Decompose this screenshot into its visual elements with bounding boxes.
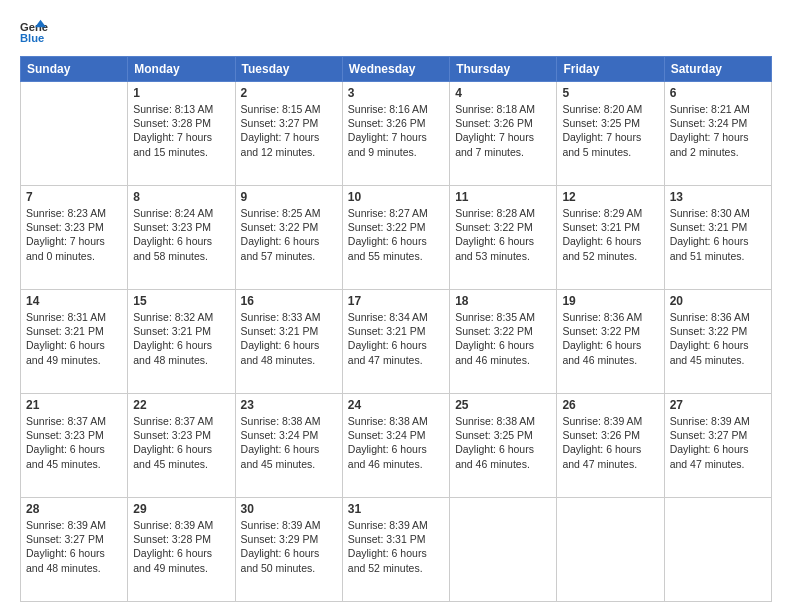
cell-info: Sunrise: 8:36 AMSunset: 3:22 PMDaylight:… xyxy=(562,311,642,366)
day-number: 27 xyxy=(670,398,766,412)
day-number: 31 xyxy=(348,502,444,516)
cell-info: Sunrise: 8:32 AMSunset: 3:21 PMDaylight:… xyxy=(133,311,213,366)
day-number: 30 xyxy=(241,502,337,516)
cell-info: Sunrise: 8:29 AMSunset: 3:21 PMDaylight:… xyxy=(562,207,642,262)
day-number: 14 xyxy=(26,294,122,308)
calendar-cell: 14 Sunrise: 8:31 AMSunset: 3:21 PMDaylig… xyxy=(21,290,128,394)
cell-info: Sunrise: 8:39 AMSunset: 3:31 PMDaylight:… xyxy=(348,519,428,574)
calendar-cell: 12 Sunrise: 8:29 AMSunset: 3:21 PMDaylig… xyxy=(557,186,664,290)
cell-info: Sunrise: 8:37 AMSunset: 3:23 PMDaylight:… xyxy=(133,415,213,470)
day-number: 1 xyxy=(133,86,229,100)
day-number: 19 xyxy=(562,294,658,308)
calendar-cell: 17 Sunrise: 8:34 AMSunset: 3:21 PMDaylig… xyxy=(342,290,449,394)
calendar-cell: 30 Sunrise: 8:39 AMSunset: 3:29 PMDaylig… xyxy=(235,498,342,602)
calendar-cell: 31 Sunrise: 8:39 AMSunset: 3:31 PMDaylig… xyxy=(342,498,449,602)
calendar-cell xyxy=(21,82,128,186)
calendar-week-row: 21 Sunrise: 8:37 AMSunset: 3:23 PMDaylig… xyxy=(21,394,772,498)
day-number: 22 xyxy=(133,398,229,412)
calendar-cell: 1 Sunrise: 8:13 AMSunset: 3:28 PMDayligh… xyxy=(128,82,235,186)
cell-info: Sunrise: 8:33 AMSunset: 3:21 PMDaylight:… xyxy=(241,311,321,366)
calendar-cell: 20 Sunrise: 8:36 AMSunset: 3:22 PMDaylig… xyxy=(664,290,771,394)
calendar-cell: 9 Sunrise: 8:25 AMSunset: 3:22 PMDayligh… xyxy=(235,186,342,290)
day-number: 6 xyxy=(670,86,766,100)
cell-info: Sunrise: 8:27 AMSunset: 3:22 PMDaylight:… xyxy=(348,207,428,262)
day-number: 23 xyxy=(241,398,337,412)
logo-icon: General Blue xyxy=(20,18,48,46)
weekday-header-wednesday: Wednesday xyxy=(342,57,449,82)
day-number: 2 xyxy=(241,86,337,100)
day-number: 15 xyxy=(133,294,229,308)
calendar-cell: 2 Sunrise: 8:15 AMSunset: 3:27 PMDayligh… xyxy=(235,82,342,186)
cell-info: Sunrise: 8:28 AMSunset: 3:22 PMDaylight:… xyxy=(455,207,535,262)
cell-info: Sunrise: 8:39 AMSunset: 3:27 PMDaylight:… xyxy=(26,519,106,574)
calendar-cell: 26 Sunrise: 8:39 AMSunset: 3:26 PMDaylig… xyxy=(557,394,664,498)
calendar-week-row: 14 Sunrise: 8:31 AMSunset: 3:21 PMDaylig… xyxy=(21,290,772,394)
cell-info: Sunrise: 8:30 AMSunset: 3:21 PMDaylight:… xyxy=(670,207,750,262)
cell-info: Sunrise: 8:39 AMSunset: 3:27 PMDaylight:… xyxy=(670,415,750,470)
logo: General Blue xyxy=(20,18,48,46)
day-number: 12 xyxy=(562,190,658,204)
calendar-cell: 18 Sunrise: 8:35 AMSunset: 3:22 PMDaylig… xyxy=(450,290,557,394)
calendar-cell: 11 Sunrise: 8:28 AMSunset: 3:22 PMDaylig… xyxy=(450,186,557,290)
calendar-cell: 7 Sunrise: 8:23 AMSunset: 3:23 PMDayligh… xyxy=(21,186,128,290)
cell-info: Sunrise: 8:21 AMSunset: 3:24 PMDaylight:… xyxy=(670,103,750,158)
cell-info: Sunrise: 8:38 AMSunset: 3:24 PMDaylight:… xyxy=(241,415,321,470)
calendar-cell: 10 Sunrise: 8:27 AMSunset: 3:22 PMDaylig… xyxy=(342,186,449,290)
calendar-cell xyxy=(557,498,664,602)
calendar-cell: 27 Sunrise: 8:39 AMSunset: 3:27 PMDaylig… xyxy=(664,394,771,498)
cell-info: Sunrise: 8:24 AMSunset: 3:23 PMDaylight:… xyxy=(133,207,213,262)
calendar-cell: 15 Sunrise: 8:32 AMSunset: 3:21 PMDaylig… xyxy=(128,290,235,394)
day-number: 10 xyxy=(348,190,444,204)
cell-info: Sunrise: 8:15 AMSunset: 3:27 PMDaylight:… xyxy=(241,103,321,158)
cell-info: Sunrise: 8:37 AMSunset: 3:23 PMDaylight:… xyxy=(26,415,106,470)
weekday-header-friday: Friday xyxy=(557,57,664,82)
calendar-cell: 25 Sunrise: 8:38 AMSunset: 3:25 PMDaylig… xyxy=(450,394,557,498)
day-number: 16 xyxy=(241,294,337,308)
day-number: 28 xyxy=(26,502,122,516)
calendar-cell: 4 Sunrise: 8:18 AMSunset: 3:26 PMDayligh… xyxy=(450,82,557,186)
cell-info: Sunrise: 8:23 AMSunset: 3:23 PMDaylight:… xyxy=(26,207,106,262)
day-number: 20 xyxy=(670,294,766,308)
weekday-header-thursday: Thursday xyxy=(450,57,557,82)
calendar-cell: 6 Sunrise: 8:21 AMSunset: 3:24 PMDayligh… xyxy=(664,82,771,186)
cell-info: Sunrise: 8:38 AMSunset: 3:24 PMDaylight:… xyxy=(348,415,428,470)
cell-info: Sunrise: 8:39 AMSunset: 3:28 PMDaylight:… xyxy=(133,519,213,574)
weekday-header-sunday: Sunday xyxy=(21,57,128,82)
calendar-week-row: 1 Sunrise: 8:13 AMSunset: 3:28 PMDayligh… xyxy=(21,82,772,186)
calendar-cell: 13 Sunrise: 8:30 AMSunset: 3:21 PMDaylig… xyxy=(664,186,771,290)
calendar-week-row: 28 Sunrise: 8:39 AMSunset: 3:27 PMDaylig… xyxy=(21,498,772,602)
day-number: 7 xyxy=(26,190,122,204)
calendar-table: SundayMondayTuesdayWednesdayThursdayFrid… xyxy=(20,56,772,602)
calendar-cell: 24 Sunrise: 8:38 AMSunset: 3:24 PMDaylig… xyxy=(342,394,449,498)
calendar-cell: 21 Sunrise: 8:37 AMSunset: 3:23 PMDaylig… xyxy=(21,394,128,498)
cell-info: Sunrise: 8:16 AMSunset: 3:26 PMDaylight:… xyxy=(348,103,428,158)
calendar-cell: 3 Sunrise: 8:16 AMSunset: 3:26 PMDayligh… xyxy=(342,82,449,186)
day-number: 21 xyxy=(26,398,122,412)
cell-info: Sunrise: 8:36 AMSunset: 3:22 PMDaylight:… xyxy=(670,311,750,366)
calendar-cell: 19 Sunrise: 8:36 AMSunset: 3:22 PMDaylig… xyxy=(557,290,664,394)
day-number: 5 xyxy=(562,86,658,100)
cell-info: Sunrise: 8:13 AMSunset: 3:28 PMDaylight:… xyxy=(133,103,213,158)
cell-info: Sunrise: 8:39 AMSunset: 3:29 PMDaylight:… xyxy=(241,519,321,574)
day-number: 17 xyxy=(348,294,444,308)
day-number: 13 xyxy=(670,190,766,204)
cell-info: Sunrise: 8:25 AMSunset: 3:22 PMDaylight:… xyxy=(241,207,321,262)
day-number: 25 xyxy=(455,398,551,412)
day-number: 11 xyxy=(455,190,551,204)
cell-info: Sunrise: 8:31 AMSunset: 3:21 PMDaylight:… xyxy=(26,311,106,366)
day-number: 8 xyxy=(133,190,229,204)
calendar-cell: 28 Sunrise: 8:39 AMSunset: 3:27 PMDaylig… xyxy=(21,498,128,602)
calendar-cell: 22 Sunrise: 8:37 AMSunset: 3:23 PMDaylig… xyxy=(128,394,235,498)
weekday-header-tuesday: Tuesday xyxy=(235,57,342,82)
cell-info: Sunrise: 8:35 AMSunset: 3:22 PMDaylight:… xyxy=(455,311,535,366)
day-number: 4 xyxy=(455,86,551,100)
calendar-header-row: SundayMondayTuesdayWednesdayThursdayFrid… xyxy=(21,57,772,82)
cell-info: Sunrise: 8:18 AMSunset: 3:26 PMDaylight:… xyxy=(455,103,535,158)
cell-info: Sunrise: 8:38 AMSunset: 3:25 PMDaylight:… xyxy=(455,415,535,470)
header: General Blue xyxy=(20,18,772,46)
cell-info: Sunrise: 8:39 AMSunset: 3:26 PMDaylight:… xyxy=(562,415,642,470)
day-number: 26 xyxy=(562,398,658,412)
cell-info: Sunrise: 8:34 AMSunset: 3:21 PMDaylight:… xyxy=(348,311,428,366)
calendar-cell: 8 Sunrise: 8:24 AMSunset: 3:23 PMDayligh… xyxy=(128,186,235,290)
day-number: 3 xyxy=(348,86,444,100)
